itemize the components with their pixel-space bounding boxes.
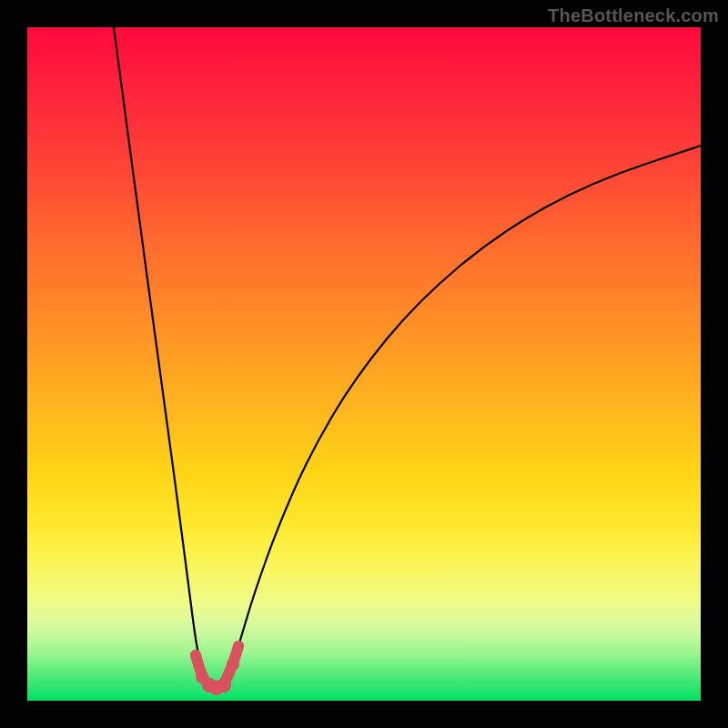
valley-bead <box>190 650 201 661</box>
valley-bead <box>227 658 239 671</box>
watermark-text: TheBottleneck.com <box>548 5 719 26</box>
valley-bead <box>217 678 231 693</box>
valley-bead <box>233 641 244 652</box>
bottleneck-chart <box>27 27 701 701</box>
right-curve <box>224 146 701 685</box>
gradient-plot-area <box>27 27 701 701</box>
left-curve <box>114 27 209 685</box>
